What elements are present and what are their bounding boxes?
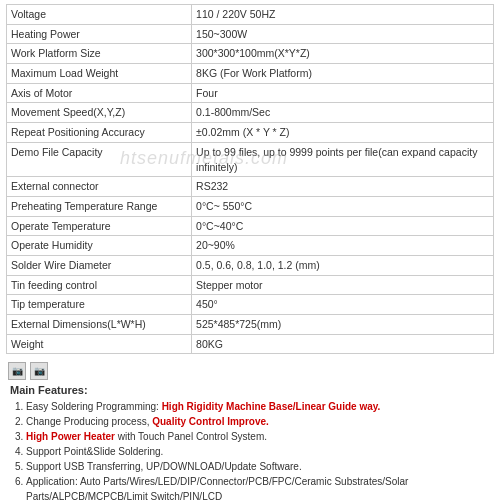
- table-row: External Dimensions(L*W*H)525*485*725(mm…: [7, 315, 494, 335]
- table-row: Operate Temperature0°C~40°C: [7, 216, 494, 236]
- row-label: Work Platform Size: [7, 44, 192, 64]
- row-value: Four: [192, 83, 494, 103]
- row-label: Operate Temperature: [7, 216, 192, 236]
- row-value: 8KG (For Work Platform): [192, 64, 494, 84]
- table-row: Demo File CapacityUp to 99 files, up to …: [7, 142, 494, 176]
- features-title: Main Features:: [10, 384, 490, 396]
- row-value: 0.1-800mm/Sec: [192, 103, 494, 123]
- table-row: Solder Wire Diameter0.5, 0.6, 0.8, 1.0, …: [7, 255, 494, 275]
- row-label: Repeat Positioning Accuracy: [7, 123, 192, 143]
- row-label: Preheating Temperature Range: [7, 196, 192, 216]
- row-label: Demo File Capacity: [7, 142, 192, 176]
- specs-table: Voltage110 / 220V 50HZHeating Power150~3…: [6, 4, 494, 354]
- row-label: Weight: [7, 334, 192, 354]
- row-value: 0°C~40°C: [192, 216, 494, 236]
- row-value: 80KG: [192, 334, 494, 354]
- table-row: Tin feeding controlStepper motor: [7, 275, 494, 295]
- row-label: Operate Humidity: [7, 236, 192, 256]
- feature-item: Support USB Transferring, UP/DOWNLOAD/Up…: [26, 459, 490, 474]
- row-label: Maximum Load Weight: [7, 64, 192, 84]
- row-label: External connector: [7, 177, 192, 197]
- row-label: Heating Power: [7, 24, 192, 44]
- row-label: External Dimensions(L*W*H): [7, 315, 192, 335]
- feature-item: High Power Heater with Touch Panel Contr…: [26, 429, 490, 444]
- page-wrapper: Voltage110 / 220V 50HZHeating Power150~3…: [0, 0, 500, 500]
- row-value: ±0.02mm (X * Y * Z): [192, 123, 494, 143]
- row-label: Solder Wire Diameter: [7, 255, 192, 275]
- row-label: Tip temperature: [7, 295, 192, 315]
- features-list: Easy Soldering Programming: High Rigidit…: [10, 399, 490, 500]
- main-features: Main Features: Easy Soldering Programmin…: [6, 382, 494, 500]
- table-row: Preheating Temperature Range0°C~ 550°C: [7, 196, 494, 216]
- row-value: 0°C~ 550°C: [192, 196, 494, 216]
- table-row: External connectorRS232: [7, 177, 494, 197]
- table-row: Movement Speed(X,Y,Z)0.1-800mm/Sec: [7, 103, 494, 123]
- row-value: RS232: [192, 177, 494, 197]
- icons-row: 📷 📷: [8, 362, 494, 380]
- feature-item: Application: Auto Parts/Wires/LED/DIP/Co…: [26, 474, 490, 500]
- table-row: Tip temperature450°: [7, 295, 494, 315]
- row-label: Tin feeding control: [7, 275, 192, 295]
- row-value: 300*300*100mm(X*Y*Z): [192, 44, 494, 64]
- row-label: Movement Speed(X,Y,Z): [7, 103, 192, 123]
- row-value: 150~300W: [192, 24, 494, 44]
- row-value: 450°: [192, 295, 494, 315]
- row-value: Up to 99 files, up to 9999 points per fi…: [192, 142, 494, 176]
- row-value: 20~90%: [192, 236, 494, 256]
- table-row: Axis of MotorFour: [7, 83, 494, 103]
- row-label: Axis of Motor: [7, 83, 192, 103]
- table-row: Weight80KG: [7, 334, 494, 354]
- feature-item: Change Producing process, Quality Contro…: [26, 414, 490, 429]
- table-row: Voltage110 / 220V 50HZ: [7, 5, 494, 25]
- row-value: 0.5, 0.6, 0.8, 1.0, 1.2 (mm): [192, 255, 494, 275]
- feature-item: Easy Soldering Programming: High Rigidit…: [26, 399, 490, 414]
- icon-2: 📷: [30, 362, 48, 380]
- table-row: Heating Power150~300W: [7, 24, 494, 44]
- row-value: Stepper motor: [192, 275, 494, 295]
- row-value: 525*485*725(mm): [192, 315, 494, 335]
- table-row: Work Platform Size300*300*100mm(X*Y*Z): [7, 44, 494, 64]
- row-label: Voltage: [7, 5, 192, 25]
- row-value: 110 / 220V 50HZ: [192, 5, 494, 25]
- table-row: Maximum Load Weight8KG (For Work Platfor…: [7, 64, 494, 84]
- table-row: Operate Humidity20~90%: [7, 236, 494, 256]
- feature-item: Support Point&Slide Soldering.: [26, 444, 490, 459]
- table-row: Repeat Positioning Accuracy±0.02mm (X * …: [7, 123, 494, 143]
- icon-1: 📷: [8, 362, 26, 380]
